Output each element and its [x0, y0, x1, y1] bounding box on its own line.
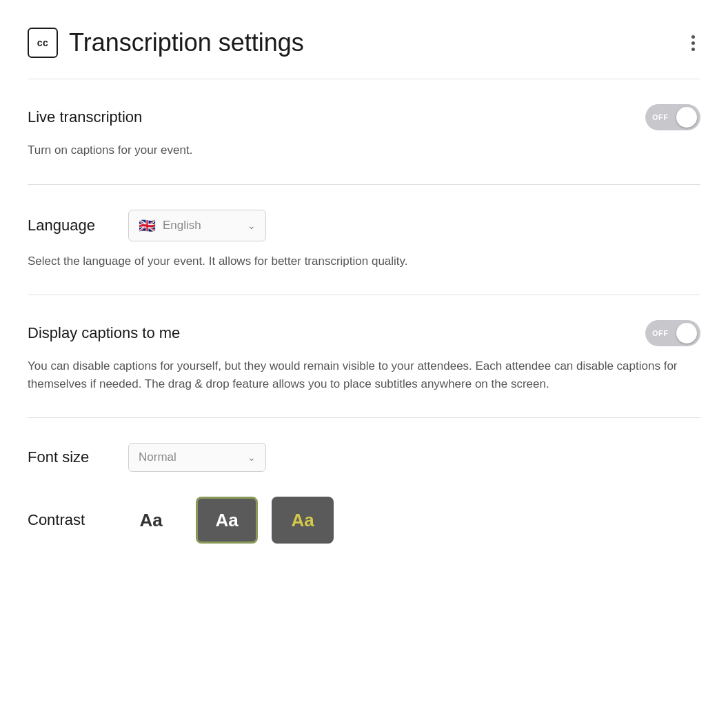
more-dot-2: [691, 41, 695, 45]
contrast-light-option[interactable]: Aa: [120, 497, 182, 544]
live-transcription-description: Turn on captions for your event.: [28, 141, 700, 159]
contrast-dark-yellow-text: Aa: [291, 510, 314, 531]
fontsize-chevron-icon: ⌄: [247, 452, 256, 463]
language-selected-text: English: [163, 219, 241, 232]
fontsize-selected-text: Normal: [139, 450, 241, 464]
language-label: Language: [28, 217, 117, 235]
header-left: cc Transcription settings: [28, 28, 304, 58]
fontsize-label: Font size: [28, 448, 117, 466]
language-row: Language 🇬🇧 English ⌄: [28, 210, 700, 241]
display-captions-section: Display captions to me OFF You can disab…: [0, 295, 728, 417]
display-captions-row: Display captions to me OFF: [28, 320, 700, 346]
more-options-button[interactable]: [686, 30, 700, 57]
contrast-label: Contrast: [28, 511, 103, 529]
language-flag: 🇬🇧: [139, 217, 156, 234]
live-transcription-title: Live transcription: [28, 108, 142, 126]
toggle-off-label: OFF: [652, 113, 669, 121]
fontsize-row: Font size Normal ⌄: [28, 443, 700, 472]
contrast-row: Contrast Aa Aa Aa: [28, 497, 700, 544]
more-dot-3: [691, 48, 695, 51]
contrast-dark-white-text: Aa: [215, 510, 238, 531]
cc-icon: cc: [28, 28, 58, 58]
language-select-dropdown[interactable]: 🇬🇧 English ⌄: [128, 210, 266, 241]
display-toggle-thumb: [676, 323, 697, 344]
toggle-thumb: [676, 107, 697, 128]
display-toggle-off-label: OFF: [652, 329, 669, 337]
live-transcription-toggle[interactable]: OFF: [645, 104, 700, 130]
display-captions-description: You can disable captions for yourself, b…: [28, 357, 700, 392]
live-transcription-section: Live transcription OFF Turn on captions …: [0, 79, 728, 184]
header: cc Transcription settings: [0, 0, 728, 79]
display-captions-title: Display captions to me: [28, 324, 180, 342]
page-title: Transcription settings: [69, 28, 304, 57]
contrast-options: Aa Aa Aa: [120, 497, 334, 544]
language-section: Language 🇬🇧 English ⌄ Select the languag…: [0, 185, 728, 295]
fontsize-select-dropdown[interactable]: Normal ⌄: [128, 443, 266, 472]
display-captions-toggle[interactable]: OFF: [645, 320, 700, 346]
language-description: Select the language of your event. It al…: [28, 252, 700, 270]
contrast-light-text: Aa: [139, 510, 162, 531]
contrast-dark-white-option[interactable]: Aa: [196, 497, 258, 544]
page-container: cc Transcription settings Live transcrip…: [0, 0, 728, 716]
language-chevron-icon: ⌄: [247, 220, 256, 231]
more-dot-1: [691, 35, 695, 39]
contrast-dark-yellow-option[interactable]: Aa: [272, 497, 334, 544]
font-contrast-section: Font size Normal ⌄ Contrast Aa Aa Aa: [0, 418, 728, 568]
live-transcription-row: Live transcription OFF: [28, 104, 700, 130]
